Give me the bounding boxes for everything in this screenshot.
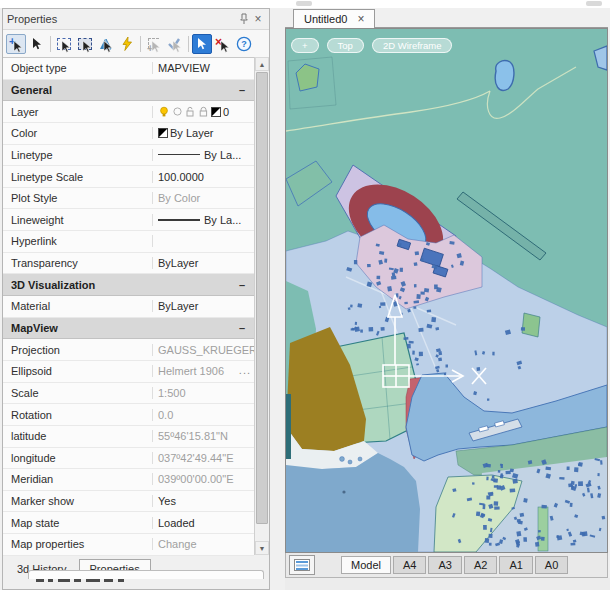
property-label: Scale [3, 387, 153, 399]
lineweight-preview [158, 219, 200, 221]
property-value[interactable]: 0.0 [153, 404, 254, 425]
property-label: Map properties [3, 538, 153, 550]
collapse-icon[interactable]: – [234, 279, 250, 291]
property-value[interactable]: ByLayer [153, 253, 254, 274]
select-crossing-icon[interactable] [75, 34, 95, 54]
property-row-ellipsoid: EllipsoidHelmert 1906... [3, 361, 254, 383]
property-value[interactable]: Loaded [153, 512, 254, 533]
section-mapview: MapView– [3, 318, 254, 340]
viewport-controls: +Top2D Wireframe [291, 38, 452, 53]
clipped-text-fragment [74, 579, 81, 582]
clipped-text-fragment [48, 579, 53, 582]
clipped-text-fragment [86, 579, 100, 582]
clipped-text-fragment [36, 579, 44, 582]
pin-icon[interactable] [237, 12, 251, 26]
property-value[interactable]: By Color [153, 188, 254, 209]
property-value[interactable]: Yes [153, 491, 254, 512]
property-row-linetype-scale: Linetype Scale100.0000 [3, 166, 254, 188]
scroll-thumb[interactable] [256, 72, 268, 524]
select-objects-icon[interactable] [27, 34, 47, 54]
property-row-rotation: Rotation0.0 [3, 404, 254, 426]
property-row-material: MaterialByLayer [3, 296, 254, 318]
toolbar-separator [188, 36, 189, 52]
viewport-control-plus[interactable]: + [291, 38, 319, 53]
property-value[interactable]: 0 [153, 101, 254, 122]
drawing-canvas[interactable] [285, 28, 608, 553]
property-row-projection: ProjectionGAUSS_KRUEGER [3, 339, 254, 361]
property-label: Hyperlink [3, 235, 153, 247]
property-label: Ellipsoid [3, 365, 153, 377]
add-to-selection-icon[interactable]: + [144, 34, 164, 54]
command-line-clipped [28, 570, 264, 579]
property-value[interactable]: 1:500 [153, 383, 254, 404]
property-value[interactable]: ByLayer [153, 296, 254, 317]
property-label: Rotation [3, 409, 153, 421]
document-tab[interactable]: Untitled0 × [293, 9, 375, 28]
property-row-transparency: TransparencyByLayer [3, 253, 254, 275]
select-fence-icon[interactable] [96, 34, 116, 54]
clipped-text-fragment [104, 579, 113, 582]
layout-tab-a4[interactable]: A4 [393, 556, 426, 574]
property-value[interactable]: By Layer [153, 123, 254, 144]
property-label: Meridian [3, 473, 153, 485]
section-3d-visualization: 3D Visualization– [3, 274, 254, 296]
scrollbar[interactable]: ▲ ▼ [254, 57, 269, 555]
close-icon[interactable]: × [251, 12, 265, 26]
svg-text:?: ? [241, 39, 247, 49]
collapse-icon[interactable]: – [234, 322, 250, 334]
document-tab-bar: Untitled0 × [285, 8, 608, 28]
quick-filter-icon[interactable] [117, 34, 137, 54]
drag-grip [586, 1, 602, 6]
property-value[interactable]: By La... [153, 145, 254, 166]
property-row-meridian: Meridian039º00'00.00"E [3, 469, 254, 491]
pointer-active-icon[interactable] [192, 34, 212, 54]
layout-tab-a1[interactable]: A1 [499, 556, 532, 574]
property-row-linetype: LinetypeBy La... [3, 145, 254, 167]
property-value[interactable]: Helmert 1906... [153, 361, 254, 382]
document-tab-label: Untitled0 [304, 13, 347, 25]
property-row-scale: Scale1:500 [3, 383, 254, 405]
clipped-text-fragment [118, 579, 124, 582]
viewport-control-2d-wireframe[interactable]: 2D Wireframe [372, 38, 453, 53]
property-value[interactable]: 55º46'15.81"N [153, 426, 254, 447]
toolbar-separator [50, 36, 51, 52]
browse-button[interactable]: ... [239, 364, 251, 376]
property-row-marker-show: Marker showYes [3, 491, 254, 513]
property-label: Plot Style [3, 192, 153, 204]
property-value[interactable]: GAUSS_KRUEGER [153, 339, 254, 360]
property-label: Material [3, 300, 153, 312]
properties-titlebar[interactable]: Properties × [3, 9, 269, 30]
property-value[interactable]: 039º00'00.00"E [153, 469, 254, 490]
drag-grip [296, 1, 312, 6]
layout-tab-a0[interactable]: A0 [535, 556, 568, 574]
scroll-up-icon[interactable]: ▲ [255, 57, 269, 71]
layout-tab-a3[interactable]: A3 [428, 556, 461, 574]
apply-selection-icon[interactable] [165, 34, 185, 54]
property-label: Marker show [3, 495, 153, 507]
help-icon[interactable]: ? [234, 34, 254, 54]
scroll-down-icon[interactable]: ▼ [255, 541, 269, 555]
quick-select-icon[interactable]: + [6, 34, 26, 54]
sheet-list-icon[interactable] [289, 555, 315, 575]
property-value[interactable]: MAPVIEW [153, 58, 254, 79]
select-window-icon[interactable] [54, 34, 74, 54]
layout-bar: ModelA4A3A2A1A0 [285, 553, 608, 578]
property-label: Object type [3, 62, 153, 74]
property-label: Layer [3, 106, 153, 118]
property-value[interactable]: Change [153, 534, 254, 555]
tab-close-icon[interactable]: × [357, 14, 364, 24]
property-value[interactable]: By La... [153, 209, 254, 230]
property-label: Linetype Scale [3, 171, 153, 183]
layout-tab-a2[interactable]: A2 [464, 556, 497, 574]
properties-panel: Properties × ++×? Object typeMAPVIEWGene… [2, 8, 270, 590]
property-value[interactable]: 037º42'49.44"E [153, 448, 254, 469]
property-row-object-type: Object typeMAPVIEW [3, 58, 254, 80]
deselect-all-icon[interactable]: × [213, 34, 233, 54]
status-area [285, 578, 610, 590]
layout-tab-model[interactable]: Model [341, 556, 391, 574]
property-value[interactable]: 100.0000 [153, 166, 254, 187]
collapse-icon[interactable]: – [234, 84, 250, 96]
property-value[interactable] [153, 231, 254, 252]
properties-toolbar: ++×? [3, 30, 269, 58]
viewport-control-top[interactable]: Top [327, 38, 364, 53]
